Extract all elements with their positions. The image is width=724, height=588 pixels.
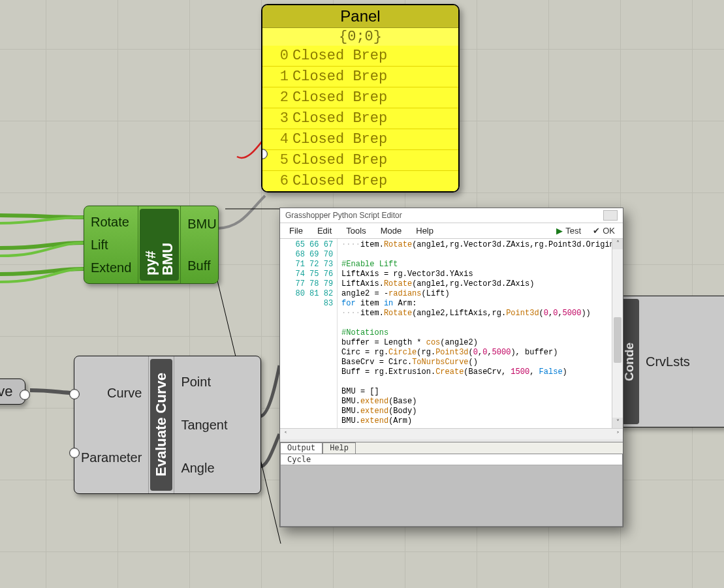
evaluate-curve-component[interactable]: Curve Parameter Evaluate Curve Point Tan… — [74, 356, 261, 494]
output-line: Cycle — [281, 454, 622, 465]
panel-row: 4Closed Brep — [262, 129, 458, 149]
scroll-up-icon[interactable]: ˄ — [612, 239, 623, 249]
output-angle[interactable]: Angle — [177, 457, 231, 479]
editor-title: Grasshopper Python Script Editor — [285, 211, 402, 220]
menu-edit[interactable]: Edit — [311, 224, 338, 237]
panel-row-value: Closed Brep — [292, 171, 387, 191]
panel-row-value: Closed Brep — [292, 108, 387, 129]
panel-row: 3Closed Brep — [262, 108, 458, 129]
panel-row: 2Closed Brep — [262, 87, 458, 108]
panel-row-index: 1 — [262, 67, 292, 87]
menu-mode[interactable]: Mode — [374, 224, 409, 237]
python-bmu-outputs: BMU Buff — [180, 206, 223, 283]
evaluate-curve-nickname: Evaluate Curve — [150, 359, 172, 491]
panel-rows: 0Closed Brep1Closed Brep2Closed Brep3Clo… — [262, 46, 458, 191]
panel-row-value: Closed Brep — [292, 150, 387, 170]
panel-row-index: 0 — [262, 46, 292, 66]
evaluate-curve-inputs: Curve Parameter — [74, 356, 149, 493]
scroll-left-icon[interactable]: ˂ — [280, 431, 291, 438]
menu-file[interactable]: File — [283, 224, 309, 237]
input-rotate[interactable]: Rotate — [87, 211, 135, 233]
editor-titlebar[interactable]: Grasshopper Python Script Editor — [280, 208, 623, 223]
editor-menubar: File Edit Tools Mode Help ▶ Test ✔ OK — [280, 223, 623, 239]
tab-help[interactable]: Help — [323, 442, 356, 454]
python-editor-window[interactable]: Grasshopper Python Script Editor File Ed… — [279, 208, 623, 527]
panel-component[interactable]: Panel {0;0} 0Closed Brep1Closed Brep2Clo… — [261, 4, 460, 193]
panel-row: 1Closed Brep — [262, 66, 458, 87]
evaluate-curve-outputs: Point Tangent Angle — [174, 356, 234, 493]
panel-row: 0Closed Brep — [262, 46, 458, 66]
panel-path: {0;0} — [262, 28, 458, 46]
python-bmu-inputs: Rotate Lift Extend — [84, 206, 138, 283]
input-lift[interactable]: Lift — [87, 234, 135, 256]
panel-row-value: Closed Brep — [292, 129, 387, 149]
panel-row: 5Closed Brep — [262, 149, 458, 170]
tab-output[interactable]: Output — [280, 442, 323, 454]
scroll-right-icon[interactable]: ˃ — [612, 431, 623, 438]
horizontal-scrollbar[interactable]: ˂ ˃ — [280, 428, 623, 439]
grip-param-in[interactable] — [69, 448, 80, 458]
menu-tools[interactable]: Tools — [339, 224, 372, 237]
curve-param-label: rve — [0, 383, 13, 399]
panel-row-value: Closed Brep — [292, 67, 387, 87]
scroll-down-icon[interactable]: ˅ — [612, 418, 623, 428]
vertical-scrollbar[interactable]: ˄ ˅ — [612, 239, 623, 428]
output-body[interactable]: Cycle — [280, 454, 623, 527]
check-icon: ✔ — [593, 226, 600, 236]
crvlsts-component[interactable]: Conde CrvLsts — [617, 296, 724, 427]
test-label: Test — [565, 226, 581, 236]
output-bmu[interactable]: BMU — [183, 213, 220, 235]
curve-param[interactable]: rve — [0, 379, 25, 405]
python-bmu-component[interactable]: Rotate Lift Extend py# BMU BMU Buff — [84, 206, 219, 284]
code-source[interactable]: ····item.Rotate(angle1,rg.Vector3d.ZAxis… — [338, 239, 623, 428]
window-close-button[interactable] — [603, 210, 618, 221]
panel-title: Panel — [262, 5, 458, 28]
code-area[interactable]: 65 66 67 68 69 70 71 72 73 74 75 76 77 7… — [280, 239, 623, 428]
input-curve[interactable]: Curve — [77, 382, 146, 404]
panel-row: 6Closed Brep — [262, 170, 458, 191]
output-tangent[interactable]: Tangent — [177, 414, 231, 436]
python-bmu-nickname: py# BMU — [140, 209, 179, 281]
test-button[interactable]: ▶ Test — [551, 224, 586, 237]
panel-row-index: 3 — [262, 108, 292, 129]
curve-param-output-grip[interactable] — [20, 390, 30, 400]
panel-row-index: 6 — [262, 171, 292, 191]
ok-label: OK — [603, 226, 615, 236]
output-buff[interactable]: Buff — [183, 255, 220, 277]
panel-row-value: Closed Brep — [292, 46, 387, 66]
panel-row-value: Closed Brep — [292, 87, 387, 108]
play-icon: ▶ — [556, 226, 563, 236]
output-pane: Output Help Cycle — [280, 442, 623, 527]
scroll-thumb[interactable] — [614, 317, 622, 363]
panel-row-index: 4 — [262, 129, 292, 149]
input-extend[interactable]: Extend — [87, 256, 135, 279]
line-gutter: 65 66 67 68 69 70 71 72 73 74 75 76 77 7… — [280, 239, 338, 428]
output-crvlsts[interactable]: CrvLsts — [639, 296, 697, 427]
ok-button[interactable]: ✔ OK — [588, 224, 620, 237]
output-point[interactable]: Point — [177, 371, 231, 393]
panel-row-index: 2 — [262, 87, 292, 108]
grip-curve-in[interactable] — [69, 389, 80, 399]
input-parameter[interactable]: Parameter — [77, 446, 146, 469]
output-blank — [183, 241, 220, 249]
menu-help[interactable]: Help — [409, 224, 440, 237]
output-tabs: Output Help — [280, 442, 623, 454]
